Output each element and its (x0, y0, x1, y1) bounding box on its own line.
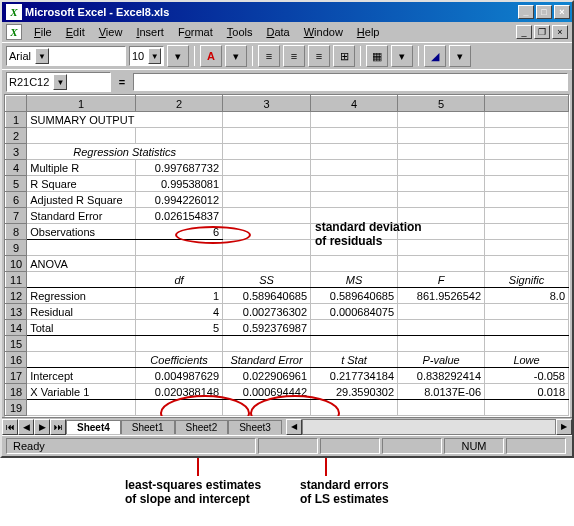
cell[interactable]: SS (223, 272, 311, 288)
borders-button[interactable]: ▦ (366, 45, 388, 67)
doc-icon[interactable]: X (6, 24, 22, 40)
row-header[interactable]: 19 (6, 400, 27, 416)
col-header[interactable]: 3 (223, 96, 311, 112)
sheet-tab[interactable]: Sheet2 (175, 420, 229, 434)
row-header[interactable]: 16 (6, 352, 27, 368)
tab-nav-prev[interactable]: ◀ (18, 419, 34, 435)
cell[interactable]: 0.997687732 (136, 160, 223, 176)
cell[interactable]: X Variable 1 (27, 384, 136, 400)
cell[interactable]: 861.9526542 (398, 288, 485, 304)
menu-view[interactable]: View (93, 24, 129, 40)
row-header[interactable]: 2 (6, 128, 27, 144)
tab-nav-last[interactable]: ⏭ (50, 419, 66, 435)
cell[interactable]: Observations (27, 224, 136, 240)
cell[interactable]: 8.0137E-06 (398, 384, 485, 400)
cell[interactable]: Regression (27, 288, 136, 304)
col-header[interactable]: 2 (136, 96, 223, 112)
col-header[interactable]: 1 (27, 96, 136, 112)
doc-restore-button[interactable]: ❐ (534, 25, 550, 39)
tab-nav-next[interactable]: ▶ (34, 419, 50, 435)
row-header[interactable]: 5 (6, 176, 27, 192)
equals-icon[interactable]: = (114, 76, 130, 88)
minimize-button[interactable]: _ (518, 5, 534, 19)
cell[interactable]: 0.589640685 (311, 288, 398, 304)
align-right-button[interactable]: ≡ (308, 45, 330, 67)
dropdown-button[interactable]: ▾ (225, 45, 247, 67)
tab-nav-first[interactable]: ⏮ (2, 419, 18, 435)
cell[interactable]: Signific (485, 272, 569, 288)
menu-window[interactable]: Window (298, 24, 349, 40)
close-button[interactable]: × (554, 5, 570, 19)
cell[interactable]: -0.058 (485, 368, 569, 384)
menu-format[interactable]: Format (172, 24, 219, 40)
cell[interactable]: 4 (136, 304, 223, 320)
cell[interactable]: Standard Error (27, 208, 136, 224)
cell[interactable]: t Stat (311, 352, 398, 368)
col-header[interactable]: 5 (398, 96, 485, 112)
name-box[interactable]: R21C12 ▼ (6, 72, 111, 92)
sheet-tab[interactable]: Sheet1 (121, 420, 175, 434)
align-left-button[interactable]: ≡ (258, 45, 280, 67)
cell[interactable]: 0.99538081 (136, 176, 223, 192)
cell[interactable]: F (398, 272, 485, 288)
cell[interactable]: 29.3590302 (311, 384, 398, 400)
col-header[interactable]: 4 (311, 96, 398, 112)
cell[interactable]: Intercept (27, 368, 136, 384)
row-header[interactable]: 4 (6, 160, 27, 176)
row-header[interactable]: 10 (6, 256, 27, 272)
row-header[interactable]: 14 (6, 320, 27, 336)
cell[interactable]: MS (311, 272, 398, 288)
cell[interactable]: Standard Error (223, 352, 311, 368)
doc-close-button[interactable]: × (552, 25, 568, 39)
align-center-button[interactable]: ≡ (283, 45, 305, 67)
row-header[interactable]: 7 (6, 208, 27, 224)
cell[interactable]: 0.217734184 (311, 368, 398, 384)
row-header[interactable]: 8 (6, 224, 27, 240)
cell[interactable]: 0.592376987 (223, 320, 311, 336)
cell[interactable]: df (136, 272, 223, 288)
dropdown-button[interactable]: ▾ (167, 45, 189, 67)
col-header[interactable] (485, 96, 569, 112)
cell[interactable]: R Square (27, 176, 136, 192)
dropdown-button[interactable]: ▾ (449, 45, 471, 67)
menu-edit[interactable]: Edit (60, 24, 91, 40)
menu-insert[interactable]: Insert (130, 24, 170, 40)
cell[interactable]: Multiple R (27, 160, 136, 176)
scroll-right-button[interactable]: ▶ (556, 419, 572, 435)
drawing-button[interactable]: ◢ (424, 45, 446, 67)
row-header[interactable]: 3 (6, 144, 27, 160)
scroll-track[interactable] (302, 419, 556, 435)
merge-center-button[interactable]: ⊞ (333, 45, 355, 67)
dropdown-icon[interactable]: ▼ (148, 48, 161, 64)
row-header[interactable]: 15 (6, 336, 27, 352)
row-header[interactable]: 9 (6, 240, 27, 256)
font-size-combo[interactable]: 10 ▼ (129, 46, 164, 66)
doc-minimize-button[interactable]: _ (516, 25, 532, 39)
cell[interactable]: Lowe (485, 352, 569, 368)
row-header[interactable]: 11 (6, 272, 27, 288)
select-all-corner[interactable] (6, 96, 27, 112)
font-name-combo[interactable]: Arial ▼ (6, 46, 126, 66)
font-color-button[interactable]: A (200, 45, 222, 67)
cell[interactable]: 0.020388148 (136, 384, 223, 400)
maximize-button[interactable]: □ (536, 5, 552, 19)
cell[interactable]: P-value (398, 352, 485, 368)
row-header[interactable]: 12 (6, 288, 27, 304)
sheet-tab[interactable]: Sheet4 (66, 420, 121, 434)
cell[interactable]: 8.0 (485, 288, 569, 304)
cell[interactable]: 0.838292414 (398, 368, 485, 384)
row-header[interactable]: 1 (6, 112, 27, 128)
cell[interactable]: Coefficients (136, 352, 223, 368)
cell[interactable]: Residual (27, 304, 136, 320)
cell[interactable]: 0.018 (485, 384, 569, 400)
row-header[interactable]: 6 (6, 192, 27, 208)
cell[interactable]: Adjusted R Square (27, 192, 136, 208)
cell[interactable]: 0.004987629 (136, 368, 223, 384)
formula-bar[interactable] (133, 73, 568, 91)
cell[interactable]: ANOVA (27, 256, 136, 272)
cell[interactable]: 0.994226012 (136, 192, 223, 208)
cell[interactable]: 0.000694442 (223, 384, 311, 400)
cell[interactable]: 0.589640685 (223, 288, 311, 304)
row-header[interactable]: 17 (6, 368, 27, 384)
menu-file[interactable]: File (28, 24, 58, 40)
